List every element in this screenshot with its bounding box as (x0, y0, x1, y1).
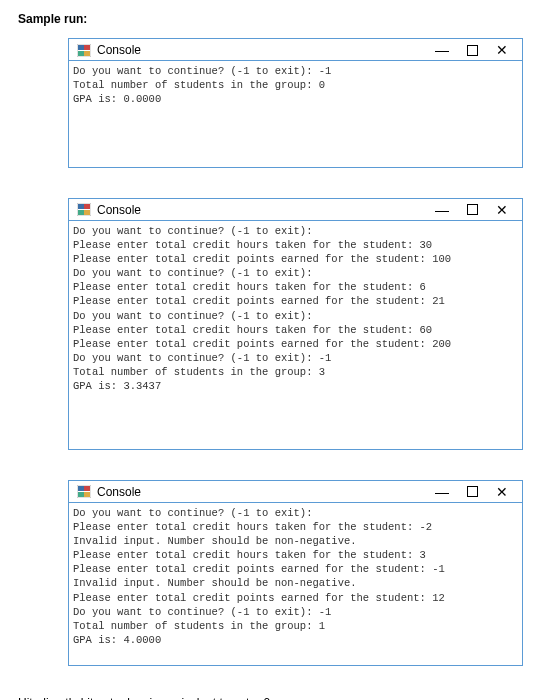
window-title: Console (97, 485, 435, 499)
console-icon (77, 203, 91, 216)
window-title: Console (97, 203, 435, 217)
close-button[interactable]: ✕ (496, 203, 508, 217)
svg-rect-14 (84, 492, 90, 497)
console-window: Console — ✕ Do you want to continue? (-1… (68, 38, 523, 168)
svg-rect-3 (78, 51, 84, 56)
svg-rect-1 (78, 45, 84, 50)
console-window: Console — ✕ Do you want to continue? (-1… (68, 480, 523, 667)
window-title: Console (97, 43, 435, 57)
maximize-button[interactable] (467, 486, 478, 497)
close-button[interactable]: ✕ (496, 485, 508, 499)
svg-rect-8 (78, 210, 84, 215)
console-output: Do you want to continue? (-1 to exit): P… (69, 503, 522, 666)
console-output: Do you want to continue? (-1 to exit): P… (69, 221, 522, 449)
minimize-button[interactable]: — (435, 43, 449, 57)
svg-rect-7 (84, 204, 90, 209)
console-icon (77, 485, 91, 498)
svg-rect-9 (84, 210, 90, 215)
svg-rect-6 (78, 204, 84, 209)
console-output: Do you want to continue? (-1 to exit): -… (69, 61, 522, 167)
svg-rect-2 (84, 45, 90, 50)
sample-run-heading: Sample run: (18, 12, 537, 26)
titlebar: Console — ✕ (69, 481, 522, 503)
svg-rect-12 (84, 486, 90, 491)
titlebar: Console — ✕ (69, 39, 522, 61)
svg-rect-13 (78, 492, 84, 497)
titlebar: Console — ✕ (69, 199, 522, 221)
close-button[interactable]: ✕ (496, 43, 508, 57)
console-window: Console — ✕ Do you want to continue? (-1… (68, 198, 523, 450)
minimize-button[interactable]: — (435, 485, 449, 499)
minimize-button[interactable]: — (435, 203, 449, 217)
svg-rect-11 (78, 486, 84, 491)
maximize-button[interactable] (467, 45, 478, 56)
svg-rect-4 (84, 51, 90, 56)
hint-text: Hit: directly hit enter key is equivalen… (18, 696, 537, 700)
maximize-button[interactable] (467, 204, 478, 215)
console-icon (77, 44, 91, 57)
